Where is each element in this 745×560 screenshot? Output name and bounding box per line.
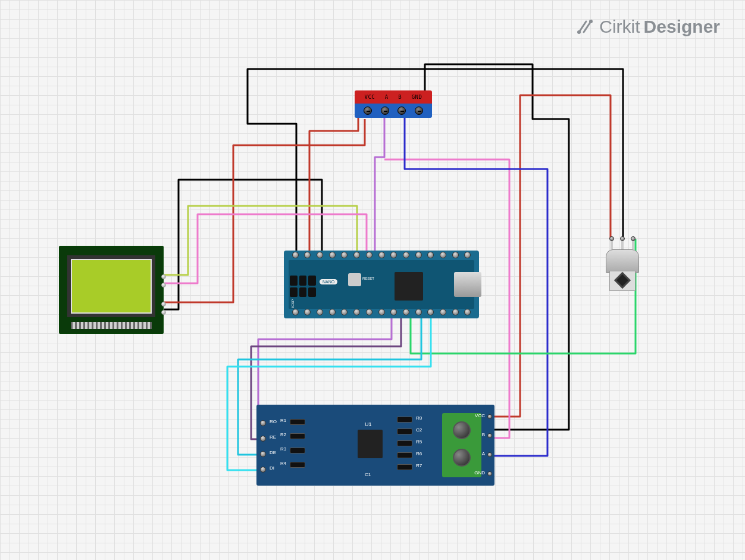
nano-icsp-header bbox=[290, 276, 316, 297]
r4-label: R4 bbox=[280, 461, 286, 466]
nano-pin-a7[interactable] bbox=[341, 309, 348, 315]
nano-pin-tx1[interactable] bbox=[292, 252, 299, 258]
term-pin-gnd[interactable] bbox=[415, 107, 423, 115]
nano-pin-a1[interactable] bbox=[415, 309, 422, 315]
lcd-side-pad-3[interactable] bbox=[161, 302, 166, 306]
wire-vcc-nano-red[interactable] bbox=[309, 117, 358, 255]
r1-label: R1 bbox=[280, 418, 286, 423]
rs485-pin-a[interactable] bbox=[487, 452, 492, 457]
term-pin-b[interactable] bbox=[397, 107, 406, 115]
ir-pin-out[interactable] bbox=[609, 236, 614, 241]
nano-pin-d9[interactable] bbox=[427, 252, 434, 258]
rs485-vcc-label: VCC bbox=[475, 413, 485, 418]
ir-dome bbox=[606, 249, 639, 273]
rs485-pin-ro[interactable] bbox=[260, 420, 266, 426]
rs485-r2 bbox=[290, 433, 305, 439]
nano-usb-port bbox=[454, 272, 481, 297]
nano-pin-d7[interactable] bbox=[403, 252, 409, 258]
nano-pin-a0[interactable] bbox=[427, 309, 434, 315]
rs485-gnd-label: GND bbox=[474, 470, 485, 475]
rs485-r6 bbox=[397, 452, 412, 458]
r5-label: R5 bbox=[416, 439, 422, 445]
rs485-ro-label: RO bbox=[270, 419, 277, 424]
lcd-side-pad-1[interactable] bbox=[161, 274, 166, 279]
rs485-c2 bbox=[397, 428, 412, 434]
term-pin-gnd-label: GND bbox=[412, 94, 422, 100]
ir-pin-gnd[interactable] bbox=[620, 236, 625, 241]
ir-pin-1-lead bbox=[611, 240, 613, 249]
nano-pin-ref[interactable] bbox=[440, 309, 446, 315]
rs485-screw-terminal bbox=[442, 413, 481, 477]
nano-pin-rst[interactable] bbox=[317, 252, 323, 258]
nano-mcu-chip bbox=[395, 272, 423, 301]
rs485-di-label: DI bbox=[270, 465, 274, 471]
nano-pin-d10[interactable] bbox=[440, 252, 446, 258]
nano-pin-vin[interactable] bbox=[292, 309, 299, 315]
nano-reset-label: RESET bbox=[362, 277, 374, 280]
nano-pin-a4[interactable] bbox=[378, 309, 385, 315]
term-pin-a[interactable] bbox=[381, 107, 389, 115]
rs485-re-label: RE bbox=[270, 434, 276, 440]
nano-pin-a5[interactable] bbox=[366, 309, 372, 315]
rs485-ic bbox=[358, 430, 383, 458]
rs485-r8 bbox=[397, 417, 412, 423]
nano-pin-rst[interactable] bbox=[317, 309, 323, 315]
rs485-screw-b[interactable] bbox=[453, 449, 471, 467]
rs485-pin-re[interactable] bbox=[260, 436, 266, 442]
nano-pin-gnd[interactable] bbox=[304, 309, 311, 315]
r8-label: R8 bbox=[416, 415, 422, 421]
rs485-cap-label: C1 bbox=[365, 472, 371, 477]
nano-pin-a3[interactable] bbox=[390, 309, 397, 315]
term-pin-a-label: A bbox=[385, 94, 389, 100]
rs485-pin-vcc[interactable] bbox=[487, 414, 492, 419]
rs485-b-label: B bbox=[482, 432, 485, 437]
lcd-side-pad-2[interactable] bbox=[161, 283, 166, 287]
ir-pin-3-lead bbox=[632, 240, 634, 249]
nano-pin-rx0[interactable] bbox=[304, 252, 311, 258]
r3-label: R3 bbox=[280, 446, 286, 452]
term-pin-vcc[interactable] bbox=[364, 107, 372, 115]
nano-pin-d3[interactable] bbox=[353, 252, 360, 258]
nano-pin-d5[interactable] bbox=[378, 252, 385, 258]
rs485-de-label: DE bbox=[270, 450, 276, 455]
nano-bottom-row bbox=[286, 309, 477, 317]
wire-vcc-rs485-red[interactable] bbox=[492, 145, 520, 417]
nano-board-label: NANO bbox=[320, 279, 337, 284]
rs485-screw-a[interactable] bbox=[453, 421, 471, 439]
rs485-r3 bbox=[290, 448, 305, 453]
ir-pin-vcc[interactable] bbox=[631, 236, 636, 241]
lcd-module[interactable] bbox=[59, 246, 164, 334]
ir-receiver[interactable] bbox=[603, 249, 641, 295]
nano-pin-d12[interactable] bbox=[464, 252, 471, 258]
wire-gnd-ir-black[interactable] bbox=[248, 69, 623, 255]
r6-label: R6 bbox=[416, 451, 422, 456]
c2-label: C2 bbox=[416, 427, 422, 433]
terminal-block[interactable] bbox=[355, 104, 432, 118]
rs485-module[interactable]: U1 C1 RO RE DE DI VCC B A GND R1 R2 R3 R… bbox=[256, 405, 494, 486]
nano-pin-3v3[interactable] bbox=[452, 309, 459, 315]
wire-vcc-ir-red[interactable] bbox=[520, 95, 611, 239]
nano-pin-d8[interactable] bbox=[415, 252, 422, 258]
nano-pin-5v[interactable] bbox=[329, 309, 336, 315]
nano-reset-button[interactable] bbox=[348, 273, 361, 286]
nano-pin-gnd[interactable] bbox=[329, 252, 336, 258]
nano-pin-d6[interactable] bbox=[390, 252, 397, 258]
nano-pin-d11[interactable] bbox=[452, 252, 459, 258]
arduino-nano[interactable]: ICSP NANO RESET bbox=[284, 251, 479, 318]
term-pin-vcc-label: VCC bbox=[365, 94, 375, 100]
lcd-screen bbox=[67, 255, 155, 317]
rs485-pin-de[interactable] bbox=[260, 451, 266, 457]
lcd-header-pins bbox=[71, 322, 152, 329]
rs485-pin-di[interactable] bbox=[260, 467, 266, 473]
rs485-r1 bbox=[290, 419, 305, 425]
nano-pin-a6[interactable] bbox=[353, 309, 360, 315]
rs485-pin-gnd[interactable] bbox=[487, 471, 492, 476]
rs485-pin-b[interactable] bbox=[487, 433, 492, 438]
nano-pin-d13[interactable] bbox=[464, 309, 471, 315]
wire-a-violet[interactable] bbox=[375, 118, 384, 255]
rs485-ic-label: U1 bbox=[365, 421, 372, 427]
nano-pin-d4[interactable] bbox=[366, 252, 372, 258]
nano-pin-d2[interactable] bbox=[341, 252, 348, 258]
lcd-side-pad-4[interactable] bbox=[161, 310, 166, 315]
nano-pin-a2[interactable] bbox=[403, 309, 409, 315]
